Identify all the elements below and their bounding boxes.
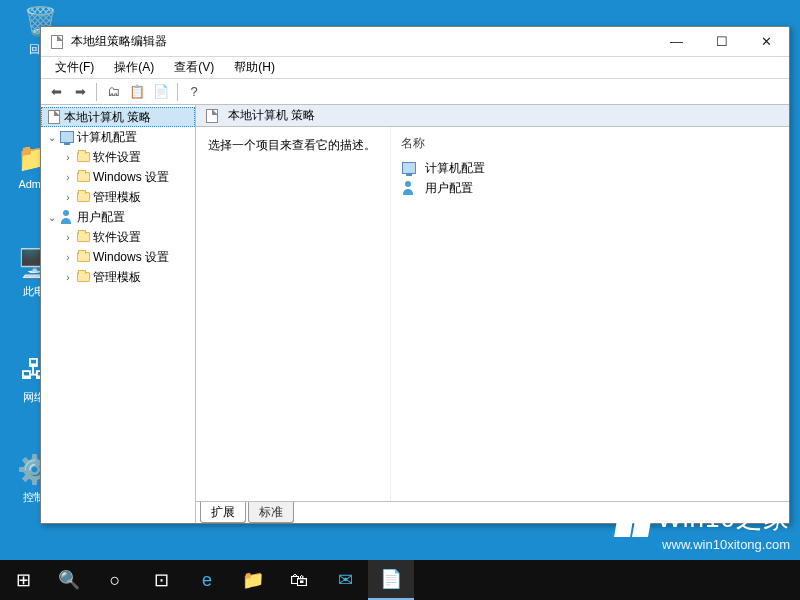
content-header: 本地计算机 策略 xyxy=(196,105,789,127)
computer-icon xyxy=(401,160,417,176)
list-item-computer[interactable]: 计算机配置 xyxy=(391,158,789,178)
expand-icon[interactable]: › xyxy=(61,232,75,243)
list-item-user[interactable]: 用户配置 xyxy=(391,178,789,198)
expand-icon[interactable]: › xyxy=(61,192,75,203)
folder-icon xyxy=(75,189,91,205)
tree-pane[interactable]: 本地计算机 策略 ⌄ 计算机配置 › 软件设置 › Windows 设置 › 管… xyxy=(41,105,196,523)
tree-label: Windows 设置 xyxy=(93,249,169,266)
menu-help[interactable]: 帮助(H) xyxy=(226,57,283,78)
menu-view[interactable]: 查看(V) xyxy=(166,57,222,78)
user-icon xyxy=(59,209,75,225)
tree-admin-templates[interactable]: › 管理模板 xyxy=(41,187,195,207)
policy-icon xyxy=(46,109,62,125)
toolbar-export-button[interactable]: 📄 xyxy=(150,81,172,103)
folder-icon xyxy=(75,269,91,285)
toolbar: ⬅ ➡ 🗂 📋 📄 ? xyxy=(41,79,789,105)
window-title: 本地组策略编辑器 xyxy=(71,33,654,50)
list-item-label: 计算机配置 xyxy=(425,160,485,177)
list-column-header[interactable]: 名称 xyxy=(391,131,789,158)
gpedit-window: 本地组策略编辑器 — ☐ ✕ 文件(F) 操作(A) 查看(V) 帮助(H) ⬅… xyxy=(40,26,790,524)
search-button[interactable]: 🔍 xyxy=(46,560,92,600)
taskbar[interactable]: ⊞ 🔍 ○ ⊡ e 📁 🛍 ✉ 📄 xyxy=(0,560,800,600)
policy-icon xyxy=(204,108,220,124)
tree-software-settings-user[interactable]: › 软件设置 xyxy=(41,227,195,247)
gpedit-taskbar-button[interactable]: 📄 xyxy=(368,560,414,600)
titlebar[interactable]: 本地组策略编辑器 — ☐ ✕ xyxy=(41,27,789,57)
tree-label: 本地计算机 策略 xyxy=(64,109,151,126)
folder-icon xyxy=(75,229,91,245)
app-icon xyxy=(49,34,65,50)
nav-forward-button[interactable]: ➡ xyxy=(69,81,91,103)
folder-icon xyxy=(75,149,91,165)
expand-icon[interactable]: › xyxy=(61,172,75,183)
start-button[interactable]: ⊞ xyxy=(0,560,46,600)
expand-icon[interactable]: › xyxy=(61,252,75,263)
tree-label: 管理模板 xyxy=(93,189,141,206)
maximize-button[interactable]: ☐ xyxy=(699,27,744,56)
mail-button[interactable]: ✉ xyxy=(322,560,368,600)
collapse-icon[interactable]: ⌄ xyxy=(45,212,59,223)
toolbar-help-button[interactable]: ? xyxy=(183,81,205,103)
tree-label: 软件设置 xyxy=(93,149,141,166)
edge-button[interactable]: e xyxy=(184,560,230,600)
tree-windows-settings[interactable]: › Windows 设置 xyxy=(41,167,195,187)
list-item-label: 用户配置 xyxy=(425,180,473,197)
store-button[interactable]: 🛍 xyxy=(276,560,322,600)
user-icon xyxy=(401,180,417,196)
folder-icon xyxy=(75,249,91,265)
watermark-brand: Win10之家 xyxy=(617,501,790,537)
tree-label: 计算机配置 xyxy=(77,129,137,146)
tree-label: Windows 设置 xyxy=(93,169,169,186)
tree-admin-templates-user[interactable]: › 管理模板 xyxy=(41,267,195,287)
tab-standard[interactable]: 标准 xyxy=(248,502,294,523)
watermark: Win10之家 www.win10xitong.com xyxy=(617,501,790,552)
tree-windows-settings-user[interactable]: › Windows 设置 xyxy=(41,247,195,267)
minimize-button[interactable]: — xyxy=(654,27,699,56)
menubar: 文件(F) 操作(A) 查看(V) 帮助(H) xyxy=(41,57,789,79)
explorer-button[interactable]: 📁 xyxy=(230,560,276,600)
tree-root[interactable]: 本地计算机 策略 xyxy=(41,107,195,127)
toolbar-list-button[interactable]: 📋 xyxy=(126,81,148,103)
watermark-url: www.win10xitong.com xyxy=(617,537,790,552)
description-pane: 选择一个项目来查看它的描述。 xyxy=(196,127,391,501)
tree-computer-config[interactable]: ⌄ 计算机配置 xyxy=(41,127,195,147)
content-title: 本地计算机 策略 xyxy=(228,107,315,124)
tree-label: 管理模板 xyxy=(93,269,141,286)
tree-label: 用户配置 xyxy=(77,209,125,226)
tree-user-config[interactable]: ⌄ 用户配置 xyxy=(41,207,195,227)
menu-file[interactable]: 文件(F) xyxy=(47,57,102,78)
computer-icon xyxy=(59,129,75,145)
nav-back-button[interactable]: ⬅ xyxy=(45,81,67,103)
content-pane: 本地计算机 策略 选择一个项目来查看它的描述。 名称 计算机配置 用户配置 xyxy=(196,105,789,523)
cortana-button[interactable]: ○ xyxy=(92,560,138,600)
menu-action[interactable]: 操作(A) xyxy=(106,57,162,78)
list-pane[interactable]: 名称 计算机配置 用户配置 xyxy=(391,127,789,501)
toolbar-properties-button[interactable]: 🗂 xyxy=(102,81,124,103)
collapse-icon[interactable]: ⌄ xyxy=(45,132,59,143)
tree-label: 软件设置 xyxy=(93,229,141,246)
tab-extended[interactable]: 扩展 xyxy=(200,502,246,523)
expand-icon[interactable]: › xyxy=(61,152,75,163)
tree-software-settings[interactable]: › 软件设置 xyxy=(41,147,195,167)
folder-icon xyxy=(75,169,91,185)
description-text: 选择一个项目来查看它的描述。 xyxy=(208,138,376,152)
task-view-button[interactable]: ⊡ xyxy=(138,560,184,600)
expand-icon[interactable]: › xyxy=(61,272,75,283)
close-button[interactable]: ✕ xyxy=(744,27,789,56)
